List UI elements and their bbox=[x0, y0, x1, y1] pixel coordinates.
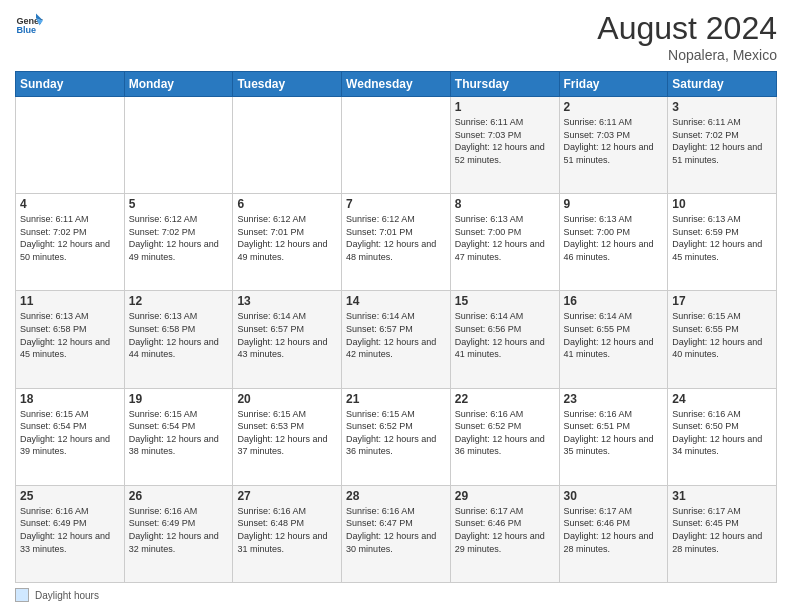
day-number: 7 bbox=[346, 197, 446, 211]
day-number: 13 bbox=[237, 294, 337, 308]
table-row: 23Sunrise: 6:16 AM Sunset: 6:51 PM Dayli… bbox=[559, 388, 668, 485]
day-number: 29 bbox=[455, 489, 555, 503]
day-number: 16 bbox=[564, 294, 664, 308]
table-row: 11Sunrise: 6:13 AM Sunset: 6:58 PM Dayli… bbox=[16, 291, 125, 388]
day-number: 11 bbox=[20, 294, 120, 308]
day-info: Sunrise: 6:12 AM Sunset: 7:01 PM Dayligh… bbox=[237, 213, 337, 263]
day-number: 28 bbox=[346, 489, 446, 503]
day-info: Sunrise: 6:11 AM Sunset: 7:03 PM Dayligh… bbox=[564, 116, 664, 166]
calendar-week-row: 18Sunrise: 6:15 AM Sunset: 6:54 PM Dayli… bbox=[16, 388, 777, 485]
table-row: 30Sunrise: 6:17 AM Sunset: 6:46 PM Dayli… bbox=[559, 485, 668, 582]
day-info: Sunrise: 6:13 AM Sunset: 6:58 PM Dayligh… bbox=[129, 310, 229, 360]
day-number: 12 bbox=[129, 294, 229, 308]
table-row: 9Sunrise: 6:13 AM Sunset: 7:00 PM Daylig… bbox=[559, 194, 668, 291]
day-number: 15 bbox=[455, 294, 555, 308]
table-row bbox=[342, 97, 451, 194]
day-info: Sunrise: 6:16 AM Sunset: 6:49 PM Dayligh… bbox=[129, 505, 229, 555]
day-info: Sunrise: 6:16 AM Sunset: 6:49 PM Dayligh… bbox=[20, 505, 120, 555]
day-number: 26 bbox=[129, 489, 229, 503]
day-info: Sunrise: 6:11 AM Sunset: 7:03 PM Dayligh… bbox=[455, 116, 555, 166]
day-info: Sunrise: 6:13 AM Sunset: 6:58 PM Dayligh… bbox=[20, 310, 120, 360]
day-number: 23 bbox=[564, 392, 664, 406]
day-number: 20 bbox=[237, 392, 337, 406]
calendar-week-row: 1Sunrise: 6:11 AM Sunset: 7:03 PM Daylig… bbox=[16, 97, 777, 194]
table-row bbox=[16, 97, 125, 194]
table-row: 17Sunrise: 6:15 AM Sunset: 6:55 PM Dayli… bbox=[668, 291, 777, 388]
day-number: 22 bbox=[455, 392, 555, 406]
day-number: 10 bbox=[672, 197, 772, 211]
calendar-week-row: 25Sunrise: 6:16 AM Sunset: 6:49 PM Dayli… bbox=[16, 485, 777, 582]
table-row: 18Sunrise: 6:15 AM Sunset: 6:54 PM Dayli… bbox=[16, 388, 125, 485]
day-info: Sunrise: 6:17 AM Sunset: 6:46 PM Dayligh… bbox=[564, 505, 664, 555]
table-row bbox=[233, 97, 342, 194]
day-number: 8 bbox=[455, 197, 555, 211]
day-number: 21 bbox=[346, 392, 446, 406]
day-info: Sunrise: 6:13 AM Sunset: 7:00 PM Dayligh… bbox=[455, 213, 555, 263]
logo-icon: General Blue bbox=[15, 10, 43, 38]
day-info: Sunrise: 6:14 AM Sunset: 6:57 PM Dayligh… bbox=[346, 310, 446, 360]
footer: Daylight hours bbox=[15, 588, 777, 602]
day-number: 24 bbox=[672, 392, 772, 406]
table-row: 1Sunrise: 6:11 AM Sunset: 7:03 PM Daylig… bbox=[450, 97, 559, 194]
col-saturday: Saturday bbox=[668, 72, 777, 97]
day-number: 18 bbox=[20, 392, 120, 406]
col-sunday: Sunday bbox=[16, 72, 125, 97]
day-number: 1 bbox=[455, 100, 555, 114]
table-row: 31Sunrise: 6:17 AM Sunset: 6:45 PM Dayli… bbox=[668, 485, 777, 582]
header: General Blue August 2024 Nopalera, Mexic… bbox=[15, 10, 777, 63]
table-row: 13Sunrise: 6:14 AM Sunset: 6:57 PM Dayli… bbox=[233, 291, 342, 388]
day-info: Sunrise: 6:15 AM Sunset: 6:54 PM Dayligh… bbox=[20, 408, 120, 458]
table-row: 29Sunrise: 6:17 AM Sunset: 6:46 PM Dayli… bbox=[450, 485, 559, 582]
day-info: Sunrise: 6:14 AM Sunset: 6:55 PM Dayligh… bbox=[564, 310, 664, 360]
day-number: 5 bbox=[129, 197, 229, 211]
table-row: 12Sunrise: 6:13 AM Sunset: 6:58 PM Dayli… bbox=[124, 291, 233, 388]
logo: General Blue bbox=[15, 10, 43, 38]
day-info: Sunrise: 6:13 AM Sunset: 6:59 PM Dayligh… bbox=[672, 213, 772, 263]
table-row: 5Sunrise: 6:12 AM Sunset: 7:02 PM Daylig… bbox=[124, 194, 233, 291]
day-info: Sunrise: 6:14 AM Sunset: 6:56 PM Dayligh… bbox=[455, 310, 555, 360]
day-number: 25 bbox=[20, 489, 120, 503]
calendar-week-row: 11Sunrise: 6:13 AM Sunset: 6:58 PM Dayli… bbox=[16, 291, 777, 388]
day-info: Sunrise: 6:16 AM Sunset: 6:52 PM Dayligh… bbox=[455, 408, 555, 458]
col-thursday: Thursday bbox=[450, 72, 559, 97]
day-info: Sunrise: 6:16 AM Sunset: 6:48 PM Dayligh… bbox=[237, 505, 337, 555]
day-number: 3 bbox=[672, 100, 772, 114]
day-info: Sunrise: 6:16 AM Sunset: 6:47 PM Dayligh… bbox=[346, 505, 446, 555]
calendar-week-row: 4Sunrise: 6:11 AM Sunset: 7:02 PM Daylig… bbox=[16, 194, 777, 291]
table-row: 19Sunrise: 6:15 AM Sunset: 6:54 PM Dayli… bbox=[124, 388, 233, 485]
location: Nopalera, Mexico bbox=[597, 47, 777, 63]
day-number: 6 bbox=[237, 197, 337, 211]
day-info: Sunrise: 6:12 AM Sunset: 7:02 PM Dayligh… bbox=[129, 213, 229, 263]
calendar-table: Sunday Monday Tuesday Wednesday Thursday… bbox=[15, 71, 777, 583]
daylight-label: Daylight hours bbox=[35, 590, 99, 601]
title-block: August 2024 Nopalera, Mexico bbox=[597, 10, 777, 63]
table-row: 26Sunrise: 6:16 AM Sunset: 6:49 PM Dayli… bbox=[124, 485, 233, 582]
day-info: Sunrise: 6:15 AM Sunset: 6:52 PM Dayligh… bbox=[346, 408, 446, 458]
col-tuesday: Tuesday bbox=[233, 72, 342, 97]
col-friday: Friday bbox=[559, 72, 668, 97]
day-info: Sunrise: 6:15 AM Sunset: 6:54 PM Dayligh… bbox=[129, 408, 229, 458]
day-info: Sunrise: 6:14 AM Sunset: 6:57 PM Dayligh… bbox=[237, 310, 337, 360]
table-row: 10Sunrise: 6:13 AM Sunset: 6:59 PM Dayli… bbox=[668, 194, 777, 291]
day-info: Sunrise: 6:16 AM Sunset: 6:51 PM Dayligh… bbox=[564, 408, 664, 458]
col-wednesday: Wednesday bbox=[342, 72, 451, 97]
table-row: 14Sunrise: 6:14 AM Sunset: 6:57 PM Dayli… bbox=[342, 291, 451, 388]
table-row: 27Sunrise: 6:16 AM Sunset: 6:48 PM Dayli… bbox=[233, 485, 342, 582]
table-row: 24Sunrise: 6:16 AM Sunset: 6:50 PM Dayli… bbox=[668, 388, 777, 485]
table-row: 25Sunrise: 6:16 AM Sunset: 6:49 PM Dayli… bbox=[16, 485, 125, 582]
table-row: 20Sunrise: 6:15 AM Sunset: 6:53 PM Dayli… bbox=[233, 388, 342, 485]
day-info: Sunrise: 6:15 AM Sunset: 6:53 PM Dayligh… bbox=[237, 408, 337, 458]
day-info: Sunrise: 6:15 AM Sunset: 6:55 PM Dayligh… bbox=[672, 310, 772, 360]
table-row: 7Sunrise: 6:12 AM Sunset: 7:01 PM Daylig… bbox=[342, 194, 451, 291]
page: General Blue August 2024 Nopalera, Mexic… bbox=[0, 0, 792, 612]
day-info: Sunrise: 6:12 AM Sunset: 7:01 PM Dayligh… bbox=[346, 213, 446, 263]
day-info: Sunrise: 6:11 AM Sunset: 7:02 PM Dayligh… bbox=[20, 213, 120, 263]
table-row: 4Sunrise: 6:11 AM Sunset: 7:02 PM Daylig… bbox=[16, 194, 125, 291]
table-row: 3Sunrise: 6:11 AM Sunset: 7:02 PM Daylig… bbox=[668, 97, 777, 194]
day-number: 31 bbox=[672, 489, 772, 503]
table-row: 8Sunrise: 6:13 AM Sunset: 7:00 PM Daylig… bbox=[450, 194, 559, 291]
col-monday: Monday bbox=[124, 72, 233, 97]
table-row bbox=[124, 97, 233, 194]
calendar-header-row: Sunday Monday Tuesday Wednesday Thursday… bbox=[16, 72, 777, 97]
day-number: 17 bbox=[672, 294, 772, 308]
